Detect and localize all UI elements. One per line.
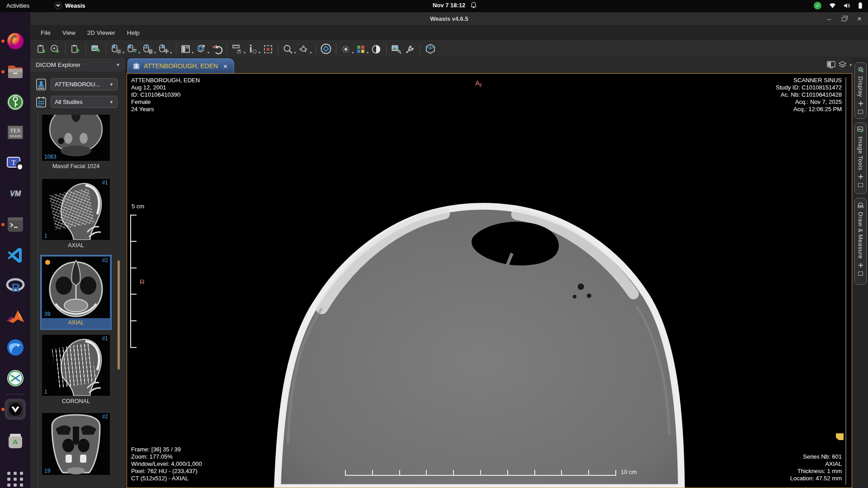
import-dicom-button[interactable]: [35, 42, 48, 56]
invert-lut-button[interactable]: [369, 42, 383, 56]
dock-weasis-icon[interactable]: [5, 399, 26, 420]
tab-display[interactable]: Display: [854, 62, 867, 119]
dock-terminal-icon[interactable]: [5, 214, 26, 235]
series-scroll-track[interactable]: [845, 77, 846, 485]
zoom-button[interactable]: ▾: [282, 42, 297, 56]
dock-trash-icon[interactable]: [5, 430, 26, 451]
overlay-line: Acq.: 12:06:25 PM: [776, 106, 842, 113]
study-select[interactable]: All Studies ▼: [51, 96, 118, 108]
float-panel-icon[interactable]: [858, 183, 863, 187]
dropdown-icon[interactable]: ▾: [849, 63, 852, 67]
pin-icon[interactable]: [858, 174, 863, 179]
menu-view[interactable]: View: [57, 26, 81, 40]
menu-2d-viewer[interactable]: 2D Viewer: [81, 26, 121, 40]
dropdown-icon: ▾: [154, 51, 156, 55]
series-list-border: [38, 112, 38, 488]
volume-rendering-button[interactable]: [424, 42, 437, 56]
dock-files-icon[interactable]: [5, 61, 26, 82]
bell-icon: [471, 2, 476, 9]
dock-vscode-icon[interactable]: [5, 244, 26, 266]
overlay-line: Location: 47.52 mm: [790, 475, 842, 482]
thumbnail-image-count: 39: [44, 311, 50, 317]
clock-menu[interactable]: Nov 7 18:12: [433, 2, 476, 9]
overlay-line: ATTENBOROUGH, EDEN: [131, 77, 200, 84]
dock-texmaker-icon[interactable]: TEXMAKER: [5, 122, 26, 143]
series-title-selected: AXIAL: [41, 317, 111, 328]
viewer-tab[interactable]: ATTENBOROUGH, EDEN ×: [127, 58, 234, 73]
chevron-down-icon: ▼: [109, 100, 113, 104]
delete-measurements-button[interactable]: [261, 42, 275, 56]
annotation-tools-button[interactable]: ▾: [246, 42, 261, 56]
mouse-left-context-menu-button[interactable]: ▾: [125, 42, 141, 56]
system-tray[interactable]: ✓: [814, 2, 863, 9]
tab-image-tools[interactable]: Image Tools: [854, 122, 867, 194]
dicom-explorer-header[interactable]: DICOM Explorer ▼: [30, 58, 126, 72]
tab-close-icon[interactable]: ×: [223, 62, 227, 70]
patient-select[interactable]: ATTENBOROU... ▼: [51, 78, 118, 90]
minimize-button[interactable]: –: [827, 15, 831, 23]
menu-file[interactable]: File: [35, 26, 57, 40]
tab-draw-measure[interactable]: Draw & Measure: [854, 198, 867, 285]
image-filter-button[interactable]: [390, 42, 403, 56]
export-image-button[interactable]: [89, 42, 103, 56]
focused-app-indicator[interactable]: Weasis: [54, 2, 85, 9]
dock-app-grid-button[interactable]: [5, 469, 26, 488]
lut-button[interactable]: ▾: [354, 42, 369, 56]
series-thumbnail[interactable]: #2 19: [42, 413, 110, 475]
zoom-mode-button[interactable]: ▾: [297, 42, 312, 56]
main-toolbar: ▾ ▾ ▾ ▾ ▾ ▾ ▾ ▾ ▾ ▾ ▾ ▾: [30, 40, 868, 58]
window-level-presets-button[interactable]: ▾: [340, 42, 354, 56]
series-thumbnail[interactable]: #1 1: [42, 335, 110, 396]
patient-selector-row: ATTENBOROU... ▼: [36, 78, 118, 90]
dock-vmware-icon[interactable]: VM: [5, 183, 26, 204]
system-top-bar: Activities Weasis Nov 7 18:12 ✓: [0, 0, 868, 12]
dock-firefox-icon[interactable]: [5, 30, 26, 52]
preferences-button[interactable]: [403, 42, 417, 56]
series-layers-icon[interactable]: [838, 61, 847, 69]
dropdown-icon: ▾: [352, 51, 354, 55]
export-dicom-button[interactable]: [69, 42, 82, 56]
measurement-tools-button[interactable]: ▾: [231, 42, 246, 56]
crosshair-mode-button[interactable]: [319, 42, 333, 56]
series-thumbnail-image[interactable]: #2 39: [42, 257, 110, 318]
import-cd-button[interactable]: [48, 42, 62, 56]
mouse-left-window-level-button[interactable]: ▾: [109, 42, 125, 56]
dock-texstudio-icon[interactable]: T: [5, 152, 26, 174]
dock-sync-app-icon[interactable]: [5, 367, 26, 389]
tab-image-tools-label: Image Tools: [857, 136, 864, 170]
series-thumbnail-selected[interactable]: #2 39 AXIAL: [40, 255, 112, 330]
dock-r-icon[interactable]: R: [5, 275, 26, 296]
overlay-line: Series Nb: 601: [790, 453, 842, 460]
dropdown-icon: ▾: [244, 51, 245, 55]
overlay-line: Frame: [36] 35 / 39: [131, 446, 202, 453]
overlay-line: Female: [131, 99, 200, 106]
float-panel-icon[interactable]: [858, 272, 863, 276]
restore-button[interactable]: [842, 17, 846, 21]
mouse-middle-scroll-series-button[interactable]: ▾: [141, 42, 157, 56]
activities-button[interactable]: Activities: [6, 2, 29, 9]
mouse-right-pan-button[interactable]: ▾: [157, 42, 173, 56]
overlay-study-info: SCANNER SINUS Study ID: C10108151472 Ac.…: [776, 77, 842, 113]
pin-icon[interactable]: [858, 101, 863, 106]
close-button[interactable]: ×: [857, 14, 862, 23]
series-thumbnail[interactable]: 1063: [42, 115, 110, 161]
float-panel-icon[interactable]: [858, 110, 863, 114]
pin-icon[interactable]: [858, 263, 863, 268]
screen-layout-icon[interactable]: [827, 61, 835, 69]
menu-help[interactable]: Help: [121, 26, 146, 40]
layout-button[interactable]: ▾: [179, 42, 194, 56]
dock-keepassxc-icon[interactable]: [5, 91, 26, 113]
ct-viewport[interactable]: ATTENBOROUGH, EDEN Aug 12, 2001 ID: C101…: [127, 73, 852, 488]
series-list-scrollbar[interactable]: [118, 260, 120, 370]
overlay-line: 24 Years: [131, 106, 200, 113]
synchronize-button[interactable]: ▾: [194, 42, 210, 56]
panel-collapse-icon[interactable]: ▼: [116, 62, 120, 67]
series-thumbnail[interactable]: #1 1: [42, 179, 110, 240]
dropdown-icon: ▾: [170, 51, 172, 55]
title-bar[interactable]: Weasis v4.6.5 – ×: [30, 12, 868, 26]
weasis-window: Weasis v4.6.5 – × File View 2D Viewer He…: [30, 12, 868, 488]
dock-thunderbird-icon[interactable]: [5, 337, 26, 358]
reset-button[interactable]: [210, 42, 224, 56]
menu-bar: File View 2D Viewer Help: [30, 26, 868, 40]
dock-matlab-icon[interactable]: [5, 306, 26, 327]
